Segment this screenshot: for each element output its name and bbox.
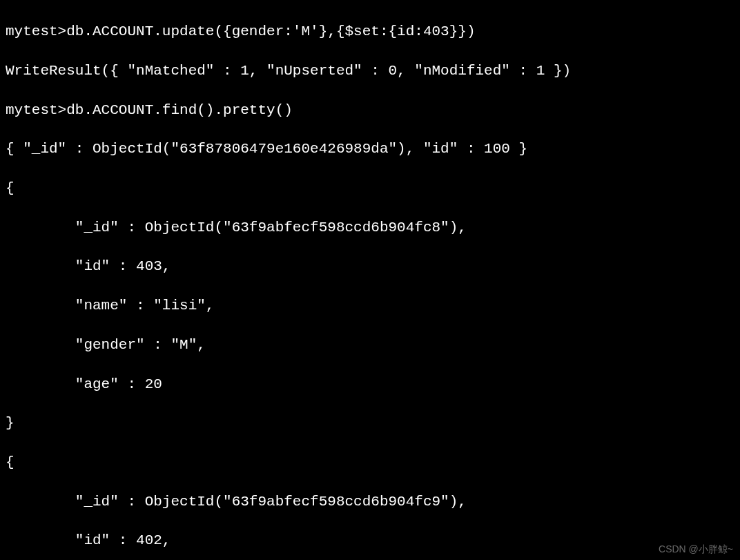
terminal-line: { "_id" : ObjectId("63f87806479e160e4269… [6, 139, 734, 159]
terminal-line: "id" : 403, [6, 257, 734, 276]
terminal-line: "id" : 402, [6, 531, 734, 550]
terminal-line: "name" : "lisi", [6, 296, 734, 316]
terminal-line: "age" : 20 [6, 375, 734, 394]
terminal-line: WriteResult({ "nMatched" : 1, "nUpserted… [6, 61, 734, 81]
terminal-line: mytest>db.ACCOUNT.find().pretty() [6, 101, 734, 120]
terminal-line: mytest>db.ACCOUNT.update({gender:'M'},{$… [6, 22, 734, 41]
watermark: CSDN @小胖鲸~ [659, 543, 733, 556]
terminal-line: "gender" : "M", [6, 336, 734, 355]
terminal-output[interactable]: mytest>db.ACCOUNT.update({gender:'M'},{$… [6, 3, 734, 560]
terminal-line: "_id" : ObjectId("63f9abfecf598ccd6b904f… [6, 492, 734, 512]
terminal-line: } [6, 414, 734, 433]
terminal-line: { [6, 179, 734, 198]
terminal-line: { [6, 453, 734, 472]
terminal-line: "_id" : ObjectId("63f9abfecf598ccd6b904f… [6, 218, 734, 238]
